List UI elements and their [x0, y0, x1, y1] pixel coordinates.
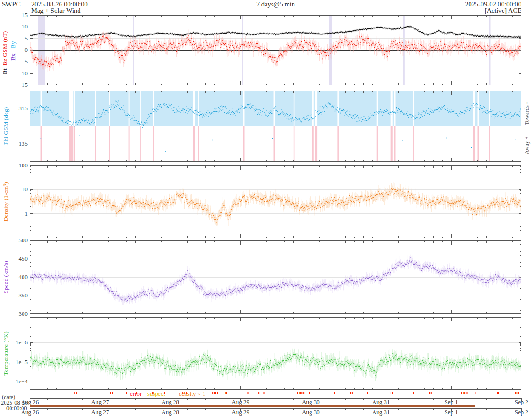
y-tick-label: 0: [8, 46, 28, 54]
y-tick-label: 15: [8, 11, 28, 19]
y-tick-label: 400: [8, 274, 28, 281]
bz-axis-label: Bz GSM (nT): [1, 31, 8, 66]
cadence-label: 7 days@5 min: [256, 0, 295, 8]
panel-mag: [30, 15, 521, 85]
swpc-solar-wind-plot: SWPC 2025-08-26 00:00:00 Mag + Solar Win…: [0, 0, 532, 416]
date-label: Sep 2: [515, 399, 528, 406]
y-tick-label: 135: [8, 140, 28, 148]
y-tick-label: 300: [8, 310, 28, 318]
source-status-label: [Active] ACE: [485, 7, 521, 15]
brand: SWPC: [2, 0, 21, 8]
y-tick-label: 350: [8, 292, 28, 299]
date-label: Sep 2: [515, 409, 528, 416]
towards-label: Towards -: [524, 102, 531, 125]
panel-phi: [30, 91, 521, 162]
y-tick-label: 450: [8, 255, 28, 262]
date-label: Aug 27: [91, 409, 109, 416]
date-label: Aug 28: [161, 409, 179, 416]
date-label: Sep 1: [445, 399, 458, 406]
y-tick-label: 1e+6: [8, 339, 28, 346]
series-stems-Density: [30, 182, 521, 226]
y-tick-label: 500: [8, 237, 28, 244]
y-tick-label: 10: [8, 186, 28, 193]
y-tick-label: 10: [8, 23, 28, 30]
y-tick-label: 5: [8, 35, 28, 42]
series-stems-Temperature: [30, 349, 521, 381]
y-tick-label: 1: [8, 210, 28, 217]
date-label: Aug 29: [232, 399, 249, 406]
phi-axis-label: Phi GSM (deg): [2, 107, 10, 145]
date-label: Aug 31: [372, 409, 390, 416]
series-stems-Speed: [30, 255, 521, 305]
date-label: Sep 1: [445, 409, 458, 416]
y-tick-label: 315: [8, 105, 28, 112]
date-label: Aug 26: [21, 409, 39, 416]
y-tick-label: -15: [8, 81, 28, 89]
plot-mode-label: Mag + Solar Wind: [31, 7, 81, 15]
date-label: Aug 26: [21, 399, 39, 406]
y-tick-label: -10: [8, 70, 28, 77]
date-label: Aug 31: [372, 399, 390, 406]
date-label: Aug 29: [232, 409, 249, 416]
panel-temp: [30, 317, 521, 390]
date-label: Aug 30: [302, 399, 320, 406]
date-label: Aug 27: [91, 399, 109, 406]
y-tick-label: 1e+5: [8, 359, 28, 366]
away-label: Away +: [524, 137, 531, 154]
date-label: Aug 28: [161, 399, 179, 406]
panel-density: [30, 165, 521, 238]
y-tick-label: 1e+4: [8, 378, 28, 385]
panel-speed: [30, 240, 521, 314]
y-tick-label: 100: [8, 162, 28, 169]
temperature-axis-label: Temperature (°K): [2, 331, 10, 376]
bt-axis-label: Bt: [1, 68, 8, 74]
y-tick-label: -5: [8, 58, 28, 65]
date-label: Aug 30: [302, 409, 320, 416]
mag-axis-label: Bt Bz GSM (nT): [1, 31, 9, 75]
